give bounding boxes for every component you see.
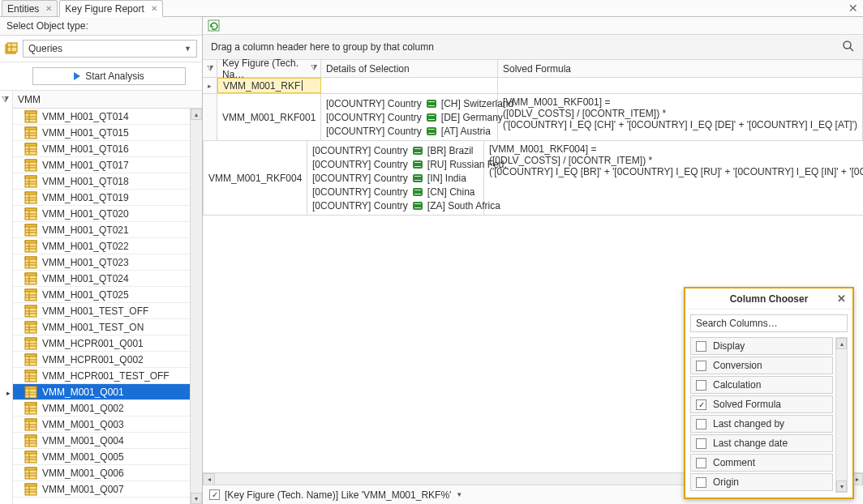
tree-item[interactable]: VMM_H001_QT024 — [13, 271, 202, 287]
play-icon — [74, 72, 80, 80]
column-chooser-item[interactable]: Display — [690, 337, 833, 355]
column-chooser-item[interactable]: Last changed by — [690, 415, 833, 433]
tree-item-label: VMM_M001_Q001 — [42, 387, 124, 398]
tree-item[interactable]: VMM_H001_QT022 — [13, 238, 202, 254]
tree-item[interactable]: VMM_M001_Q006 — [13, 465, 202, 481]
tree-item[interactable]: VMM_HCPR001_Q002 — [13, 352, 202, 368]
column-chooser-header: Column Chooser ✕ — [685, 288, 852, 310]
tree-item[interactable]: VMM_H001_QT014 — [13, 109, 202, 125]
selection-attr: [0COUNTRY] Country — [326, 98, 422, 109]
column-chooser-item[interactable]: Origin — [690, 473, 833, 491]
filter-icon[interactable]: ⧩ — [2, 94, 9, 105]
checkbox[interactable] — [696, 341, 706, 352]
filter-enabled-checkbox[interactable] — [209, 489, 220, 500]
chevron-down-icon[interactable]: ▼ — [456, 491, 462, 498]
filter-input-key-figure[interactable]: VMM_M001_RKF — [217, 78, 321, 93]
tree-item[interactable]: VMM_H001_QT025 — [13, 287, 202, 303]
svg-point-10 — [844, 41, 851, 49]
checkbox[interactable] — [696, 419, 706, 429]
tab-entities[interactable]: Entities ✕ — [2, 0, 58, 16]
scroll-down-icon[interactable]: ▾ — [836, 481, 847, 492]
tree-item[interactable]: VMM_M001_Q005 — [13, 449, 202, 465]
equals-icon — [427, 127, 436, 135]
column-solved-formula[interactable]: Solved Formula — [498, 60, 863, 77]
tree-item[interactable]: VMM_H001_QT019 — [13, 190, 202, 206]
close-icon[interactable]: ✕ — [45, 4, 52, 13]
selection-attr: [0COUNTRY] Country — [326, 112, 422, 123]
start-analysis-button[interactable]: Start Analysis — [32, 67, 186, 85]
tab-key-figure-report[interactable]: Key Figure Report ✕ — [59, 0, 162, 17]
object-type-combo[interactable]: Queries ▼ — [23, 40, 197, 58]
tree-item[interactable]: VMM_H001_QT016 — [13, 141, 202, 157]
filter-input-formula[interactable] — [498, 78, 863, 93]
column-chooser-item[interactable]: Solved Formula — [690, 395, 833, 413]
table-row[interactable]: VMM_M001_RKF001[0COUNTRY] Country[CH] Sw… — [203, 94, 863, 141]
tree-item[interactable]: VMM_H001_QT015 — [13, 125, 202, 141]
tree-item-label: VMM_H001_QT024 — [42, 273, 129, 284]
tree-item-label: VMM_M001_Q003 — [42, 419, 124, 430]
selection-attr: [0COUNTRY] Country — [312, 173, 408, 184]
equals-icon — [413, 174, 423, 182]
scroll-left-icon[interactable]: ◂ — [203, 473, 215, 485]
column-chooser-search[interactable]: Search Columns… — [690, 314, 848, 332]
tree-item[interactable]: VMM_H001_TEST_OFF — [13, 303, 202, 319]
search-icon[interactable] — [842, 40, 855, 55]
tree-item[interactable]: VMM_H001_QT018 — [13, 173, 202, 190]
column-details[interactable]: Details of Selection — [321, 60, 498, 77]
scrollbar[interactable]: ▴ ▾ — [835, 337, 848, 493]
tree-item-label: VMM_HCPR001_Q002 — [42, 354, 144, 365]
formula-line: ('[0COUNTRY] I_EQ [CH]' + '[0COUNTRY] I_… — [503, 119, 857, 130]
tree-item-label: VMM_M001_Q007 — [42, 484, 124, 495]
filter-icon[interactable]: ⧩ — [207, 64, 213, 74]
close-icon[interactable]: ✕ — [837, 293, 846, 305]
tree-item[interactable]: VMM_HCPR001_TEST_OFF — [13, 368, 202, 384]
scrollbar[interactable]: ▴ ▾ — [190, 109, 202, 504]
tree-item[interactable]: VMM_M001_Q003 — [13, 416, 202, 433]
equals-icon — [413, 202, 423, 210]
checkbox[interactable] — [696, 380, 706, 391]
checkbox[interactable] — [696, 477, 706, 488]
column-chooser-item[interactable]: Last change date — [690, 434, 833, 452]
tree-header[interactable]: VMM — [13, 91, 202, 109]
refresh-icon[interactable] — [208, 19, 221, 32]
cell-key-figure: VMM_M001_RKF001 — [217, 94, 321, 140]
scroll-up-icon[interactable]: ▴ — [836, 338, 847, 349]
checkbox[interactable] — [696, 361, 706, 371]
tree-item[interactable]: VMM_H001_QT017 — [13, 157, 202, 173]
tree-item[interactable]: VMM_HCPR001_Q001 — [13, 335, 202, 352]
query-icon — [24, 224, 37, 237]
table-row[interactable]: VMM_M001_RKF004[0COUNTRY] Country[BR] Br… — [203, 141, 863, 216]
filter-icon[interactable]: ⧩ — [311, 63, 317, 73]
checkbox[interactable] — [696, 458, 706, 468]
tree-item[interactable]: VMM_M001_Q002 — [13, 400, 202, 416]
checkbox[interactable] — [696, 438, 706, 449]
close-icon[interactable]: ✕ — [848, 2, 858, 15]
column-chooser-item[interactable]: Conversion — [690, 357, 833, 374]
tree-item[interactable]: VMM_M001_Q001 — [13, 384, 202, 400]
selection-value: [CN] China — [427, 186, 475, 198]
scroll-up-icon[interactable]: ▴ — [191, 109, 202, 120]
query-icon — [24, 321, 37, 334]
query-icon — [24, 483, 37, 496]
tree-item[interactable]: VMM_H001_QT021 — [13, 222, 202, 238]
tree-item[interactable]: VMM_M001_Q007 — [13, 481, 202, 498]
column-chooser-item-label: Last change date — [713, 438, 788, 449]
tree-item[interactable]: VMM_H001_TEST_ON — [13, 319, 202, 335]
column-chooser-item-label: Last changed by — [713, 418, 784, 429]
close-icon[interactable]: ✕ — [151, 4, 157, 13]
column-chooser-item[interactable]: Calculation — [690, 376, 833, 394]
query-icon — [24, 272, 37, 285]
tree-item[interactable]: VMM_H001_QT020 — [13, 206, 202, 222]
column-key-figure[interactable]: Key Figure (Tech. Na… ⧩ — [217, 60, 321, 77]
column-chooser-item-label: Comment — [713, 457, 755, 468]
filter-input-details[interactable] — [321, 78, 498, 93]
checkbox[interactable] — [696, 399, 706, 410]
column-chooser[interactable]: Column Chooser ✕ Search Columns… Display… — [684, 287, 854, 499]
tree-item[interactable]: VMM_M001_Q004 — [13, 433, 202, 449]
column-chooser-item[interactable]: Comment — [690, 454, 833, 472]
scroll-down-icon[interactable]: ▾ — [191, 493, 202, 504]
tree-item[interactable]: VMM_H001_QT023 — [13, 254, 202, 271]
tree-item-label: VMM_H001_QT025 — [42, 289, 129, 301]
group-by-area[interactable]: Drag a column header here to group by th… — [203, 35, 863, 60]
tree-list[interactable]: VMM_H001_QT014VMM_H001_QT015VMM_H001_QT0… — [13, 109, 202, 504]
